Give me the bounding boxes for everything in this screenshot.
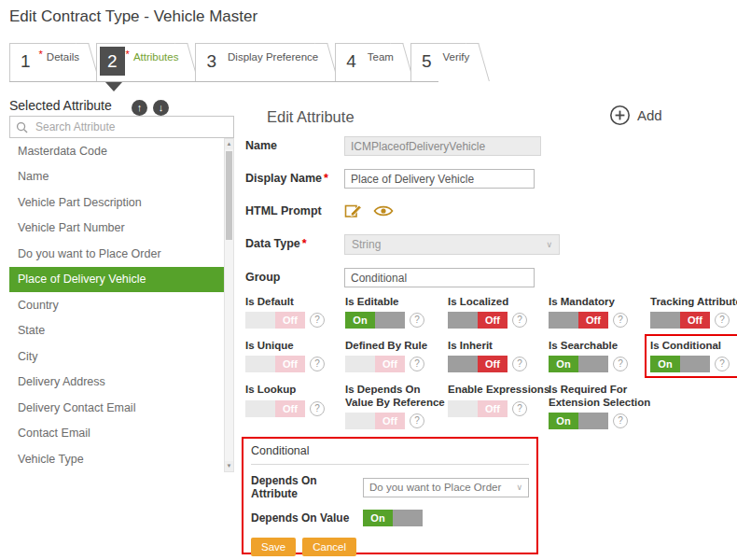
- toggle-switch[interactable]: Off: [448, 312, 508, 329]
- depends-on-attribute-select[interactable]: Do you want to Place Order ∨: [363, 478, 529, 497]
- cancel-button[interactable]: Cancel: [302, 538, 356, 556]
- attribute-list-item[interactable]: Delivery Contact Email: [9, 395, 224, 421]
- step-label: Team: [368, 51, 394, 63]
- help-icon[interactable]: ?: [715, 313, 730, 328]
- help-icon[interactable]: ?: [410, 357, 424, 371]
- help-icon[interactable]: ?: [613, 357, 628, 371]
- scrollbar-thumb[interactable]: [226, 151, 232, 240]
- attribute-list-item[interactable]: State: [9, 318, 224, 344]
- toggle-off-segment: Off: [375, 413, 405, 429]
- attribute-list-item[interactable]: Contact Email: [9, 421, 224, 447]
- chevron-down-icon: ∨: [516, 483, 522, 492]
- attribute-list-item[interactable]: Place of Delivery Vehicle: [9, 267, 224, 293]
- attribute-list-item[interactable]: Vehicle Part Number: [9, 216, 224, 242]
- save-button[interactable]: Save: [251, 538, 296, 556]
- add-button[interactable]: Add: [609, 105, 662, 126]
- search-icon: [16, 121, 28, 133]
- scrollbar[interactable]: ▲ ▼: [224, 138, 234, 472]
- toggle-switch[interactable]: Off: [650, 312, 710, 329]
- attribute-list-item[interactable]: Vehicle Type: [9, 446, 224, 472]
- toggle-switch[interactable]: Off: [245, 400, 305, 417]
- required-asterisk: *: [302, 237, 307, 250]
- edit-html-icon[interactable]: [344, 203, 363, 219]
- toggle-on-segment: [650, 312, 680, 329]
- toggle-switch[interactable]: On: [363, 510, 423, 526]
- toggle-off-segment: Off: [680, 312, 710, 329]
- tab-step-attributes[interactable]: 2*Attributes: [96, 43, 187, 81]
- help-icon[interactable]: ?: [613, 413, 628, 428]
- toggle-off-segment: [578, 413, 608, 429]
- toggle-switch[interactable]: On: [549, 356, 608, 372]
- toggle-switch[interactable]: On: [549, 413, 608, 429]
- toggle-switch[interactable]: Off: [245, 312, 305, 329]
- help-icon[interactable]: ?: [310, 357, 325, 371]
- scroll-down-arrow[interactable]: ▼: [225, 461, 233, 471]
- depends-on-value-toggle-slot: On: [363, 510, 423, 526]
- toggle-label: Is Unique: [245, 340, 345, 352]
- data-type-value: String: [352, 238, 381, 251]
- field-row-html-prompt: HTML Prompt: [245, 202, 647, 221]
- step-number: 4: [339, 47, 364, 76]
- help-icon[interactable]: ?: [310, 313, 325, 328]
- help-icon[interactable]: ?: [512, 357, 527, 371]
- attribute-list-item[interactable]: City: [9, 343, 224, 370]
- move-down-button[interactable]: ↓: [153, 100, 169, 116]
- name-input[interactable]: [344, 136, 541, 156]
- toggle-off-segment: Off: [375, 356, 405, 372]
- toggle-switch[interactable]: Off: [549, 312, 608, 329]
- toggle-is-inherit: Is InheritOff?: [448, 340, 549, 372]
- step-number: 2: [100, 47, 125, 76]
- toggle-is-mandatory: Is MandatoryOff?: [549, 296, 650, 329]
- required-asterisk: *: [126, 49, 130, 60]
- attribute-list-item[interactable]: Do you want to Place Order: [9, 241, 224, 267]
- toggle-switch[interactable]: Off: [245, 356, 305, 372]
- help-icon[interactable]: ?: [512, 313, 527, 328]
- attribute-list-item[interactable]: Name: [9, 164, 224, 190]
- toggle-row: On?: [549, 413, 650, 429]
- attribute-form: Name Display Name* HTML Prompt Data Type…: [245, 136, 647, 301]
- help-icon[interactable]: ?: [410, 313, 424, 328]
- attribute-list-item[interactable]: Delivery Address: [9, 370, 224, 396]
- scroll-up-arrow[interactable]: ▲: [225, 139, 233, 149]
- toggle-on-segment: [549, 312, 578, 329]
- toggle-row: Off?: [448, 400, 549, 417]
- field-row-display-name: Display Name*: [245, 169, 647, 189]
- toggle-switch[interactable]: On: [345, 312, 405, 329]
- help-icon[interactable]: ?: [512, 401, 527, 416]
- tab-step-verify[interactable]: 5Verify: [410, 43, 478, 81]
- toggle-label: Is Searchable: [549, 340, 650, 352]
- search-input[interactable]: [34, 119, 228, 134]
- help-icon[interactable]: ?: [613, 313, 628, 328]
- toggle-is-conditional: Is ConditionalOn?: [650, 340, 737, 372]
- toggle-tracking-attribute: Tracking AttributeOff?: [650, 296, 737, 329]
- tab-step-details[interactable]: 1*Details: [9, 43, 88, 81]
- toggle-switch[interactable]: Off: [345, 413, 405, 429]
- help-icon[interactable]: ?: [715, 357, 730, 371]
- toggle-is-unique: Is UniqueOff?: [245, 340, 345, 372]
- display-name-input[interactable]: [344, 169, 535, 189]
- data-type-select[interactable]: String ∨: [344, 234, 560, 255]
- help-icon[interactable]: ?: [310, 401, 325, 416]
- toggle-on-segment: On: [363, 510, 393, 526]
- move-up-button[interactable]: ↑: [132, 100, 147, 116]
- attribute-list-item[interactable]: Country: [9, 292, 224, 318]
- tab-step-display-preference[interactable]: 3Display Preference: [195, 43, 327, 81]
- toggle-switch[interactable]: Off: [448, 356, 508, 372]
- toggle-switch[interactable]: On: [650, 356, 710, 372]
- toggle-is-searchable: Is SearchableOn?: [549, 340, 650, 372]
- preview-eye-icon[interactable]: [373, 203, 394, 218]
- group-input[interactable]: [344, 268, 535, 287]
- attribute-list-item[interactable]: Masterdata Code: [9, 138, 224, 164]
- toggle-label: Tracking Attribute: [650, 296, 737, 308]
- step-label: Display Preference: [228, 51, 318, 63]
- attribute-list-item[interactable]: Vehicle Part Description: [9, 189, 224, 216]
- tab-step-team[interactable]: 4Team: [335, 43, 402, 81]
- toggle-switch[interactable]: Off: [345, 356, 405, 372]
- toggle-on-segment: [245, 356, 275, 372]
- toggle-on-segment: [245, 312, 275, 329]
- depends-on-value-row: Depends On Value On: [251, 510, 529, 526]
- help-icon[interactable]: ?: [410, 413, 424, 428]
- data-type-label: Data Type*: [245, 234, 344, 250]
- field-row-name: Name: [245, 136, 647, 156]
- toggle-switch[interactable]: Off: [448, 400, 508, 417]
